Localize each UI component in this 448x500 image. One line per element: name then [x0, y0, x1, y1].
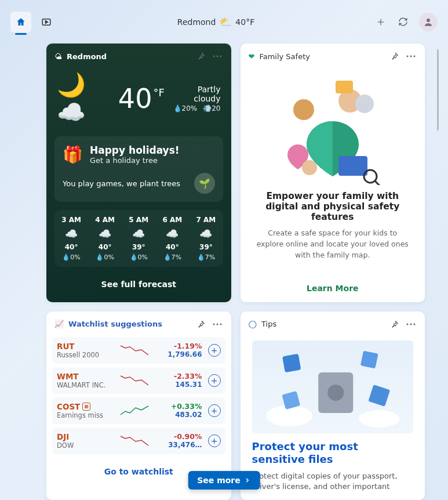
- video-tab[interactable]: [36, 12, 57, 32]
- learn-more-link[interactable]: Learn More: [241, 274, 425, 302]
- svg-point-16: [213, 323, 214, 325]
- tree-icon: 🌱: [194, 173, 215, 194]
- svg-line-12: [375, 181, 380, 185]
- svg-rect-26: [282, 354, 301, 372]
- temp-unit: °F: [153, 86, 164, 99]
- promo-title: Happy holidays!: [90, 144, 180, 156]
- hour-precip: 💧0%: [122, 253, 155, 261]
- svg-point-23: [359, 410, 399, 427]
- stock-list: RUT Russell 2000 -1.19% 1,796.66 + WMT W…: [46, 337, 231, 460]
- hour-time: 3 AM: [54, 216, 88, 224]
- hour-time: 5 AM: [122, 216, 155, 224]
- stock-row[interactable]: WMT WALMART INC. -2.33% 145.31 +: [52, 367, 225, 394]
- more-button[interactable]: [405, 318, 417, 330]
- stock-ticker: RUT: [57, 342, 114, 351]
- refresh-icon: [398, 17, 408, 27]
- cloud-icon: ☁️: [54, 227, 88, 240]
- hour-cell[interactable]: 6 AM ☁️ 40° 💧7%: [155, 216, 189, 261]
- tips-headline: Protect your most sensitive files: [252, 440, 414, 466]
- hour-cell[interactable]: 7 AM ☁️ 39° 💧7%: [189, 216, 223, 261]
- hour-precip: 💧0%: [54, 253, 88, 261]
- pin-button[interactable]: [195, 50, 207, 62]
- family-safety-card[interactable]: ❤ Family Safety: [241, 44, 425, 302]
- more-button[interactable]: [405, 50, 417, 62]
- pin-icon: [197, 320, 205, 328]
- svg-point-20: [410, 323, 412, 325]
- family-illustration: [281, 75, 385, 185]
- holiday-promo[interactable]: 🎁 Happy holidays! Get a holiday tree You…: [54, 136, 223, 202]
- tips-header: ◯ Tips: [241, 311, 425, 337]
- more-icon: [406, 55, 416, 57]
- pin-icon: [197, 52, 205, 60]
- weather-title: Redmond: [67, 52, 107, 61]
- stock-pct: -1.19%: [167, 342, 202, 350]
- hour-temp: 40°: [88, 243, 122, 251]
- tips-app-icon: ◯: [249, 320, 257, 328]
- svg-point-18: [220, 323, 221, 325]
- stock-price: 1,796.66: [167, 350, 202, 358]
- add-button[interactable]: [375, 16, 387, 28]
- svg-point-13: [302, 160, 317, 175]
- sun-icon: 🌤: [54, 52, 62, 61]
- scrollbar[interactable]: [437, 49, 439, 131]
- stock-ticker: COST▦: [57, 402, 114, 411]
- watchlist-title: Watchlist suggestions: [68, 320, 162, 328]
- stock-pct: -0.90%: [168, 432, 202, 441]
- hour-cell[interactable]: 3 AM ☁️ 40° 💧0%: [54, 216, 88, 261]
- pin-icon: [391, 320, 399, 328]
- stock-name: DOW: [57, 441, 114, 450]
- svg-point-8: [293, 99, 314, 120]
- topbar-weather[interactable]: Redmond ⛅ 40°F: [64, 16, 368, 28]
- hour-cell[interactable]: 5 AM ☁️ 39° 💧0%: [122, 216, 155, 261]
- home-tab[interactable]: [10, 12, 31, 32]
- hour-temp: 40°: [54, 243, 88, 251]
- stock-price: 33,476…: [168, 441, 202, 449]
- svg-point-5: [407, 56, 409, 57]
- svg-point-21: [414, 323, 416, 325]
- stock-row[interactable]: RUT Russell 2000 -1.19% 1,796.66 +: [52, 337, 225, 364]
- stock-name: Russell 2000: [57, 351, 114, 359]
- precip-chance: 💧20%: [173, 104, 198, 113]
- more-button[interactable]: [212, 50, 223, 62]
- gift-icon: 🎁: [63, 145, 83, 164]
- hour-temp: 39°: [189, 243, 223, 251]
- pin-button[interactable]: [389, 50, 400, 62]
- add-stock-button[interactable]: +: [208, 434, 221, 447]
- add-stock-button[interactable]: +: [208, 374, 221, 387]
- home-icon: [16, 17, 26, 27]
- topbar: Redmond ⛅ 40°F: [0, 0, 448, 44]
- wind-value: 💨20: [203, 104, 220, 113]
- stock-name: WALMART INC.: [57, 381, 114, 389]
- tips-illustration: [252, 340, 414, 433]
- current-weather: 🌙☁️ 40°F Partly cloudy 💧20% 💨20: [46, 69, 231, 133]
- cloud-icon: ☁️: [189, 227, 223, 240]
- more-button[interactable]: [212, 318, 223, 330]
- pin-button[interactable]: [389, 318, 400, 330]
- heart-icon: ❤: [249, 52, 255, 61]
- sparkline: [119, 433, 151, 448]
- see-more-button[interactable]: See more: [188, 471, 260, 490]
- hour-temp: 39°: [122, 243, 155, 251]
- topbar-actions: [375, 13, 438, 31]
- svg-point-11: [364, 170, 377, 183]
- stock-row[interactable]: COST▦ Earnings miss +0.33% 483.02 +: [52, 397, 225, 424]
- hour-time: 6 AM: [155, 216, 189, 224]
- hourly-forecast: 3 AM ☁️ 40° 💧0%4 AM ☁️ 40° 💧0%5 AM ☁️ 39…: [54, 210, 223, 267]
- add-stock-button[interactable]: +: [208, 404, 221, 417]
- tips-card[interactable]: ◯ Tips: [241, 311, 425, 500]
- svg-point-1: [427, 19, 430, 22]
- stock-row[interactable]: DJI DOW -0.90% 33,476… +: [52, 427, 225, 454]
- see-forecast-link[interactable]: See full forecast: [46, 271, 231, 297]
- profile-button[interactable]: [419, 13, 438, 31]
- more-icon: [406, 323, 416, 325]
- add-stock-button[interactable]: +: [208, 344, 221, 357]
- refresh-button[interactable]: [397, 16, 409, 28]
- cloud-icon: ☁️: [88, 227, 122, 240]
- chart-icon: 📈: [54, 320, 64, 328]
- chevron-right-icon: [244, 477, 251, 484]
- hour-cell[interactable]: 4 AM ☁️ 40° 💧0%: [88, 216, 122, 261]
- pin-button[interactable]: [195, 318, 207, 330]
- hour-precip: 💧0%: [88, 253, 122, 261]
- stock-pct: +0.33%: [171, 402, 202, 411]
- weather-card[interactable]: 🌤 Redmond 🌙☁️ 40°F Partly cloudy 💧20% 💨2…: [46, 44, 231, 302]
